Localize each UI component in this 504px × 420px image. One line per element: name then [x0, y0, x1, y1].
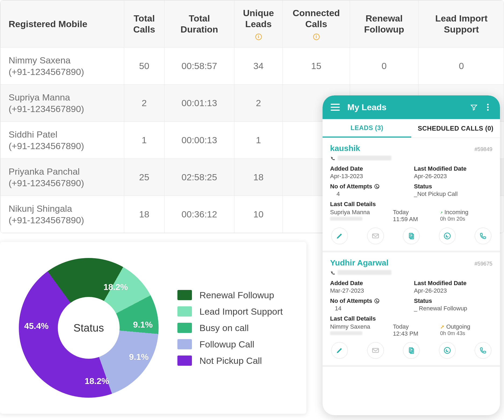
call-button[interactable]: [475, 342, 491, 359]
info-icon[interactable]: i: [313, 34, 320, 40]
cell-registered-mobile: Nikunj Shingala(+91-1234567890): [1, 196, 124, 233]
attempts-value: 4: [330, 191, 346, 198]
status-label: Status: [414, 297, 492, 304]
modified-date-label: Last Modified Date: [414, 165, 492, 172]
filter-icon[interactable]: [470, 103, 478, 111]
cell-registered-mobile: Siddhi Patel(+91-1234567890): [1, 122, 124, 159]
cell-registered-mobile: Supriya Manna(+91-1234567890): [1, 85, 124, 122]
cell-total-calls: 18: [124, 196, 165, 233]
legend-swatch: [177, 356, 192, 366]
legend-label: Not Pickup Call: [199, 356, 262, 366]
cell-total-duration: 00:36:12: [165, 196, 234, 233]
cell-total-duration: 00:01:13: [165, 85, 234, 122]
legend-label: Lead Import Support: [199, 306, 283, 317]
legend-item[interactable]: Not Pickup Call: [177, 356, 283, 366]
col-connected-calls-label: Connected Calls: [293, 8, 340, 29]
lead-phone-blurred: [338, 270, 391, 275]
cell-registered-mobile: Priyanka Panchal(+91-1234567890): [1, 159, 124, 196]
legend-item[interactable]: Lead Import Support: [177, 306, 283, 317]
lcd-time: 12:43 PM: [393, 330, 440, 337]
leads-list: kaushik #59849 Added Date Apr-13-2023 La…: [323, 138, 500, 367]
edit-button[interactable]: [331, 228, 348, 244]
clock-icon: [374, 299, 379, 303]
incoming-arrow-icon: ⭎: [440, 209, 443, 216]
slice-label-not-pickup: 45.4%: [24, 321, 49, 331]
phone-mock: My Leads LEADS (3) SCHEDULED CALLS (0) k…: [323, 95, 500, 415]
lcd-day: Today: [393, 209, 440, 216]
tab-scheduled-calls[interactable]: SCHEDULED CALLS (0): [411, 119, 500, 138]
menu-icon[interactable]: [331, 104, 340, 111]
col-total-duration: Total Duration: [165, 1, 234, 48]
lcd-caller-phone-blurred: [330, 217, 362, 221]
attempts-label: No of Attempts: [330, 297, 409, 304]
lcd-direction: Incoming: [444, 209, 468, 216]
notes-button[interactable]: [403, 228, 420, 244]
tab-leads[interactable]: LEADS (3): [323, 119, 411, 138]
cell-total-duration: 00:00:13: [165, 122, 234, 159]
clock-icon: [374, 184, 379, 189]
notes-button[interactable]: [403, 342, 420, 359]
donut-center-label: Status: [73, 322, 104, 334]
status-label: Status: [414, 183, 492, 190]
donut-area: Status 18.2% 9.1% 9.1% 18.2% 45.4%: [8, 247, 169, 408]
legend-item[interactable]: Followup Call: [177, 339, 283, 350]
status-value: _Not Pickup Call: [414, 191, 492, 198]
lead-id: #59675: [474, 261, 492, 267]
table-row[interactable]: Nimmy Saxena(+91-1234567890)5000:58:5734…: [1, 48, 504, 85]
legend-label: Followup Call: [199, 339, 254, 350]
more-icon[interactable]: [484, 104, 492, 111]
lcd-day: Today: [393, 323, 440, 330]
outgoing-arrow-icon: ➚: [440, 324, 445, 330]
cell-total-calls: 50: [124, 48, 165, 85]
mail-button[interactable]: [367, 228, 384, 244]
lead-card[interactable]: kaushik #59849 Added Date Apr-13-2023 La…: [323, 138, 500, 252]
cell-unique-leads: 10: [234, 196, 283, 233]
whatsapp-button[interactable]: [439, 342, 456, 359]
slice-label-busy: 9.1%: [129, 352, 149, 362]
cell-lead-import-support: 0: [419, 48, 504, 85]
lead-card[interactable]: Yudhir Agarwal #59675 Added Date Mar-27-…: [323, 252, 500, 367]
added-date-label: Added Date: [330, 280, 409, 287]
modified-date-label: Last Modified Date: [414, 280, 492, 287]
lcd-caller-phone-blurred: [330, 331, 362, 335]
legend-label: Busy on call: [199, 323, 249, 333]
phone-app-bar: My Leads: [323, 95, 500, 119]
lcd-direction: Outgoing: [446, 323, 470, 330]
legend-swatch: [177, 290, 192, 300]
lcd-caller-name: Nimmy Saxena: [330, 323, 393, 330]
cell-total-calls: 2: [124, 85, 165, 122]
status-donut-card: Status 18.2% 9.1% 9.1% 18.2% 45.4% Renew…: [0, 242, 306, 414]
status-value: _ Renewal Followup: [414, 305, 492, 312]
phone-tabs: LEADS (3) SCHEDULED CALLS (0): [323, 119, 500, 138]
slice-label-lead-import: 9.1%: [133, 320, 153, 330]
mail-button[interactable]: [367, 342, 384, 359]
lead-id: #59849: [474, 146, 492, 152]
legend-item[interactable]: Busy on call: [177, 323, 283, 333]
legend-item[interactable]: Renewal Followup: [177, 290, 283, 300]
cell-total-calls: 25: [124, 159, 165, 196]
last-call-details-label: Last Call Details: [330, 201, 492, 208]
lead-name: kaushik: [330, 144, 360, 153]
col-renewal-followup: Renewal Followup: [350, 1, 419, 48]
lcd-caller-name: Supriya Manna: [330, 209, 393, 216]
added-date-value: Apr-13-2023: [330, 173, 409, 180]
added-date-value: Mar-27-2023: [330, 287, 409, 294]
col-registered-mobile: Registered Mobile: [1, 1, 124, 48]
cell-unique-leads: 1: [234, 122, 283, 159]
info-icon[interactable]: i: [255, 34, 262, 40]
legend-label: Renewal Followup: [199, 290, 274, 300]
cell-connected-calls: 15: [283, 48, 350, 85]
lcd-duration: 0h 0m 43s: [440, 330, 492, 336]
modified-date-value: Apr-26-2023: [414, 287, 492, 294]
call-button[interactable]: [475, 228, 491, 244]
whatsapp-button[interactable]: [439, 228, 456, 244]
col-connected-calls: Connected Calls i: [283, 1, 350, 48]
cell-total-calls: 1: [124, 122, 165, 159]
edit-button[interactable]: [331, 342, 348, 359]
cell-unique-leads: 2: [234, 85, 283, 122]
legend-swatch: [177, 339, 192, 349]
attempts-value: 14: [330, 305, 346, 312]
cell-unique-leads: 34: [234, 48, 283, 85]
phone-icon: [330, 156, 335, 160]
cell-total-duration: 00:58:57: [165, 48, 234, 85]
